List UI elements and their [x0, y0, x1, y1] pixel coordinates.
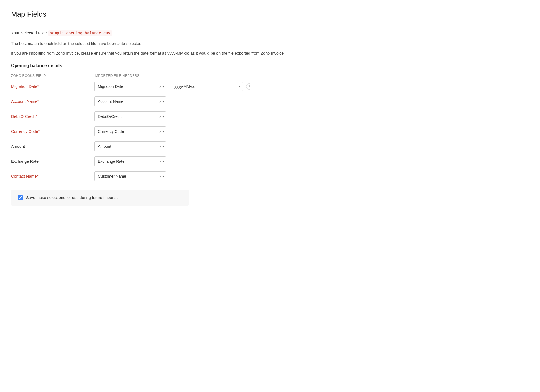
- field-dropdown[interactable]: Exchange Rate: [94, 156, 166, 166]
- help-icon[interactable]: ?: [246, 83, 252, 90]
- info-line-1: The best match to each field on the sele…: [11, 40, 349, 47]
- clear-icon[interactable]: ×: [159, 144, 161, 149]
- info-line-2: If you are importing from Zoho Invoice, …: [11, 50, 349, 57]
- dropdown-wrapper: Exchange Rate×▾: [94, 156, 166, 166]
- dropdown-wrapper: Amount×▾: [94, 141, 166, 151]
- field-label: Amount: [11, 144, 94, 149]
- section-title: Opening balance details: [11, 63, 349, 68]
- divider: [11, 24, 349, 24]
- field-row: Contact Name*Customer Name×▾: [11, 171, 349, 181]
- dropdown-wrapper: Migration Date×▾: [94, 82, 166, 91]
- field-label: Contact Name*: [11, 174, 94, 179]
- date-format-dropdown[interactable]: yyyy-MM-dd: [171, 82, 243, 91]
- col-header-imported: IMPORTED FILE HEADERS: [94, 74, 172, 78]
- page-title: Map Fields: [11, 10, 349, 19]
- fields-container: Migration Date*Migration Date×▾yyyy-MM-d…: [11, 82, 349, 181]
- field-row: Currency Code*Currency Code×▾: [11, 126, 349, 136]
- save-checkbox[interactable]: [18, 195, 23, 200]
- field-label: Migration Date*: [11, 84, 94, 89]
- field-dropdown[interactable]: Account Name: [94, 96, 166, 106]
- clear-icon[interactable]: ×: [159, 159, 161, 164]
- clear-icon[interactable]: ×: [159, 129, 161, 134]
- clear-icon[interactable]: ×: [159, 114, 161, 119]
- clear-icon[interactable]: ×: [159, 85, 161, 89]
- field-label: Currency Code*: [11, 129, 94, 134]
- column-headers: ZOHO BOOKS FIELD IMPORTED FILE HEADERS: [11, 74, 349, 78]
- field-dropdown[interactable]: Amount: [94, 141, 166, 151]
- date-format-wrapper: yyyy-MM-dd▾: [171, 82, 243, 91]
- selected-file-label: Your Selected File :: [11, 30, 47, 35]
- field-row: Exchange RateExchange Rate×▾: [11, 156, 349, 166]
- save-label: Save these selections for use during fut…: [26, 195, 118, 200]
- field-dropdown[interactable]: DebitOrCredit: [94, 111, 166, 121]
- field-dropdown[interactable]: Customer Name: [94, 171, 166, 181]
- dropdown-wrapper: Account Name×▾: [94, 96, 166, 106]
- field-dropdown[interactable]: Currency Code: [94, 126, 166, 136]
- selected-file-name: sample_opening_balance.csv: [48, 30, 112, 36]
- field-row: DebitOrCredit*DebitOrCredit×▾: [11, 111, 349, 121]
- dropdown-wrapper: Currency Code×▾: [94, 126, 166, 136]
- clear-icon[interactable]: ×: [159, 174, 161, 179]
- field-label: DebitOrCredit*: [11, 114, 94, 119]
- field-dropdown[interactable]: Migration Date: [94, 82, 166, 91]
- field-label: Exchange Rate: [11, 159, 94, 164]
- dropdown-wrapper: Customer Name×▾: [94, 171, 166, 181]
- col-header-zoho: ZOHO BOOKS FIELD: [11, 74, 94, 78]
- page-container: Map Fields Your Selected File : sample_o…: [0, 0, 360, 222]
- field-label: Account Name*: [11, 99, 94, 104]
- selected-file-row: Your Selected File : sample_opening_bala…: [11, 30, 349, 35]
- save-section: Save these selections for use during fut…: [11, 190, 189, 206]
- field-row: Account Name*Account Name×▾: [11, 96, 349, 106]
- field-row: Migration Date*Migration Date×▾yyyy-MM-d…: [11, 82, 349, 91]
- field-row: AmountAmount×▾: [11, 141, 349, 151]
- dropdown-wrapper: DebitOrCredit×▾: [94, 111, 166, 121]
- clear-icon[interactable]: ×: [159, 100, 161, 104]
